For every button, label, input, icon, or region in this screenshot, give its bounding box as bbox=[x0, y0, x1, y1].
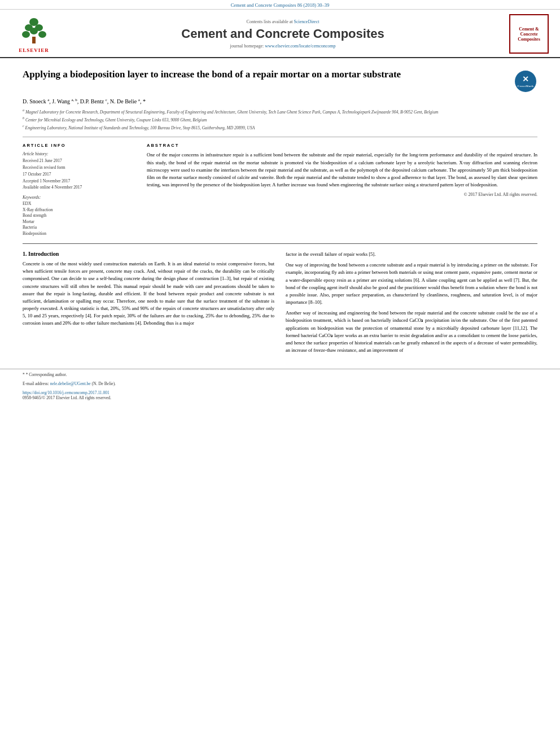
abstract-column: ABSTRACT One of the major concerns in in… bbox=[147, 143, 537, 237]
logo-line1: Cement & bbox=[519, 27, 539, 32]
affiliation-c: c Engineering Laboratory, National Insti… bbox=[23, 124, 537, 131]
homepage-line: journal homepage: www.elsevier.com/locat… bbox=[56, 43, 509, 49]
article-title-block: Applying a biodeposition layer to increa… bbox=[23, 68, 537, 93]
accepted-date: Accepted 1 November 2017 bbox=[23, 178, 135, 184]
logo-line2: Concrete bbox=[520, 32, 538, 37]
keyword-mortar: Mortar bbox=[23, 219, 135, 225]
body-left-column: 1. Introduction Concrete is one of the m… bbox=[23, 251, 274, 357]
received-revised-date: 17 October 2017 bbox=[23, 172, 135, 177]
doi-link[interactable]: https://doi.org/10.1016/j.cemconcomp.201… bbox=[23, 390, 537, 395]
keyword-bond: Bond strength bbox=[23, 213, 135, 219]
article-section: Applying a biodeposition layer to increa… bbox=[0, 58, 560, 131]
homepage-link[interactable]: www.elsevier.com/locate/cemconcomp bbox=[265, 43, 335, 49]
crossmark-badge: ✕ CrossMark bbox=[515, 71, 537, 93]
divider-1 bbox=[23, 137, 537, 137]
article-history-label: Article history: bbox=[23, 151, 135, 156]
footnote-area: * * Corresponding author. E-mail address… bbox=[0, 369, 560, 387]
divider-2 bbox=[23, 243, 537, 244]
intro-left-text: Concrete is one of the most widely used … bbox=[23, 260, 274, 327]
journal-logo-box: Cement & Concrete Composites bbox=[509, 14, 549, 54]
logo-line3: Composites bbox=[518, 37, 540, 42]
body-section: 1. Introduction Concrete is one of the m… bbox=[0, 251, 560, 357]
keyword-bacteria: Bacteria bbox=[23, 225, 135, 231]
keyword-xrd: X-Ray diffraction bbox=[23, 207, 135, 213]
keyword-biodeposition: Biodeposition bbox=[23, 231, 135, 237]
journal-main-title: Cement and Concrete Composites bbox=[56, 27, 509, 41]
abstract-heading: ABSTRACT bbox=[147, 143, 537, 148]
affiliation-b: b Center for Microbial Ecology and Techn… bbox=[23, 116, 537, 123]
journal-header: ELSEVIER Contents lists available at Sci… bbox=[0, 10, 560, 58]
corresponding-author-note: * * Corresponding author. bbox=[23, 372, 537, 378]
body-right-column: factor in the overall failure of repair … bbox=[286, 251, 537, 357]
svg-point-6 bbox=[30, 28, 38, 34]
journal-title-block: Contents lists available at ScienceDirec… bbox=[56, 19, 509, 49]
keyword-edx: EDX bbox=[23, 201, 135, 207]
affiliation-a: a Magnel Laboratory for Concrete Researc… bbox=[23, 108, 537, 115]
issn-line: 0958-9465/© 2017 Elsevier Ltd. All right… bbox=[23, 395, 537, 400]
keywords-heading: Keywords: bbox=[23, 195, 135, 200]
affiliations-block: a Magnel Laboratory for Concrete Researc… bbox=[23, 108, 537, 131]
abstract-text: One of the major concerns in infrastruct… bbox=[147, 151, 537, 189]
email-link[interactable]: nele.debelie@UGent.be bbox=[50, 381, 91, 386]
svg-point-4 bbox=[22, 31, 30, 38]
journal-volume-info: Cement and Concrete Composites 86 (2018)… bbox=[0, 0, 560, 10]
received-revised-label: Received in revised form bbox=[23, 165, 135, 171]
bottom-info: https://doi.org/10.1016/j.cemconcomp.201… bbox=[0, 388, 560, 403]
abstract-copyright: © 2017 Elsevier Ltd. All rights reserved… bbox=[147, 192, 537, 197]
intro-heading: 1. Introduction bbox=[23, 251, 274, 257]
article-info-column: ARTICLE INFO Article history: Received 2… bbox=[23, 143, 135, 237]
sciencedirect-link[interactable]: ScienceDirect bbox=[294, 19, 320, 24]
volume-text: Cement and Concrete Composites 86 (2018)… bbox=[231, 2, 330, 8]
email-footnote: E-mail address: nele.debelie@UGent.be (N… bbox=[23, 381, 537, 387]
elsevier-tree-icon bbox=[19, 15, 50, 46]
article-title-text: Applying a biodeposition layer to increa… bbox=[23, 68, 515, 81]
info-abstract-section: ARTICLE INFO Article history: Received 2… bbox=[0, 143, 560, 237]
received-date: Received 21 June 2017 bbox=[23, 158, 135, 164]
article-info-heading: ARTICLE INFO bbox=[23, 143, 135, 148]
contents-line: Contents lists available at ScienceDirec… bbox=[56, 19, 509, 24]
available-date: Available online 4 November 2017 bbox=[23, 185, 135, 190]
svg-rect-7 bbox=[32, 37, 36, 43]
authors-line: D. Snoeck a, J. Wang a, b, D.P. Bentz c,… bbox=[23, 98, 537, 104]
intro-right-text: factor in the overall failure of repair … bbox=[286, 251, 537, 354]
svg-point-5 bbox=[38, 31, 46, 38]
elsevier-label: ELSEVIER bbox=[19, 47, 49, 53]
crossmark-label: CrossMark bbox=[518, 85, 534, 89]
elsevier-logo: ELSEVIER bbox=[11, 15, 56, 53]
